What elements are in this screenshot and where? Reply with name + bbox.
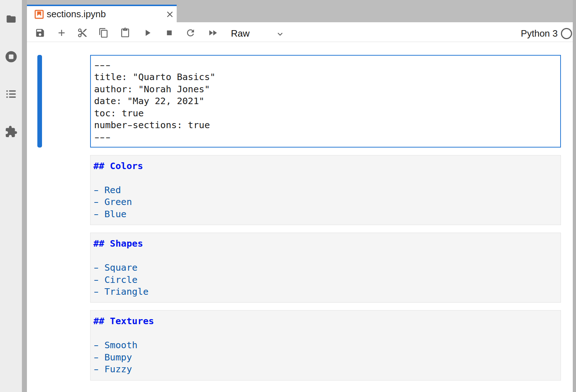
code-line: - Fuzzy xyxy=(93,363,556,375)
code-line: - Bumpy xyxy=(93,351,556,363)
stop-icon xyxy=(164,28,175,39)
notebook-icon xyxy=(34,10,44,19)
code-line: ## Textures xyxy=(93,315,556,327)
cell-editor[interactable]: ## Textures- Smooth- Bumpy- Fuzzy xyxy=(90,310,561,380)
sidebar-item-file-browser[interactable] xyxy=(0,14,22,26)
code-line: --- xyxy=(94,131,556,143)
chevron-down-icon xyxy=(277,32,284,37)
cell-editor[interactable]: ## Colors- Red- Green- Blue xyxy=(90,155,561,225)
code-line: date: "May 22, 2021" xyxy=(94,95,556,107)
code-line: - Circle xyxy=(93,274,556,286)
puzzle-icon xyxy=(5,125,18,140)
notebook-content: ---title: "Quarto Basics"author: "Norah … xyxy=(27,55,573,392)
left-activity-bar xyxy=(0,0,22,392)
code-line xyxy=(93,327,556,339)
add-cell-icon xyxy=(56,28,67,39)
code-line: - Square xyxy=(93,262,556,274)
code-line: - Green xyxy=(93,196,556,208)
code-line: - Triangle xyxy=(93,286,556,298)
restart-kernel-button[interactable] xyxy=(185,28,196,39)
restart-and-run-all-button[interactable] xyxy=(207,28,218,39)
cut-cells-button[interactable] xyxy=(77,28,88,39)
main-dock-panel: sections.ipynb Raw Python 3 ---title: "Q… xyxy=(27,0,573,392)
copy-cells-button[interactable] xyxy=(98,28,109,39)
close-icon[interactable] xyxy=(166,10,174,18)
run-icon xyxy=(142,28,153,39)
code-line xyxy=(93,250,556,262)
save-button[interactable] xyxy=(34,28,45,39)
running-sessions-icon xyxy=(5,51,17,64)
tab-title: sections.ipynb xyxy=(47,9,106,20)
kernel-name[interactable]: Python 3 xyxy=(521,28,558,39)
restart-run-all-icon xyxy=(208,28,218,39)
code-line: - Smooth xyxy=(93,339,556,351)
kernel-idle-circle-icon[interactable] xyxy=(561,28,572,39)
copy-icon xyxy=(98,28,109,39)
restart-icon xyxy=(185,28,196,39)
paste-cells-button[interactable] xyxy=(120,28,130,39)
cut-icon xyxy=(77,28,88,39)
sidebar-divider xyxy=(22,0,27,392)
code-line xyxy=(93,172,556,184)
cell-editor[interactable]: ---title: "Quarto Basics"author: "Norah … xyxy=(90,55,561,148)
save-icon xyxy=(35,28,45,39)
folder-icon xyxy=(5,14,18,26)
code-line: title: "Quarto Basics" xyxy=(94,71,556,83)
paste-icon xyxy=(120,28,130,39)
code-line: author: "Norah Jones" xyxy=(94,83,556,95)
jupyterlab-window: sections.ipynb Raw Python 3 ---title: "Q… xyxy=(0,0,576,392)
cell-type-value: Raw xyxy=(231,28,250,39)
markdown-cell: ## Colors- Red- Green- Blue xyxy=(90,155,561,225)
right-edge xyxy=(573,0,576,392)
notebook-toolbar: Raw Python 3 xyxy=(27,22,573,42)
cell-type-select[interactable]: Raw xyxy=(231,24,250,43)
raw-cell: ---title: "Quarto Basics"author: "Norah … xyxy=(90,55,561,148)
code-line: --- xyxy=(94,59,556,71)
code-line: ## Shapes xyxy=(93,238,556,249)
code-line: toc: true xyxy=(94,107,556,119)
table-of-contents-icon xyxy=(5,88,17,102)
tab-sections-ipynb[interactable]: sections.ipynb xyxy=(27,5,177,22)
code-line: - Red xyxy=(93,184,556,196)
cell-editor[interactable]: ## Shapes- Square- Circle- Triangle xyxy=(90,233,561,303)
code-line: number-sections: true xyxy=(94,119,556,131)
sidebar-item-table-of-contents[interactable] xyxy=(0,88,22,102)
sidebar-item-running-sessions[interactable] xyxy=(0,51,22,64)
code-line: - Blue xyxy=(93,208,556,220)
interrupt-kernel-button[interactable] xyxy=(164,28,175,39)
code-line: ## Colors xyxy=(93,160,556,172)
selected-cell-collapser[interactable] xyxy=(37,55,42,148)
sidebar-item-extension-manager[interactable] xyxy=(0,125,22,140)
markdown-cell: ## Textures- Smooth- Bumpy- Fuzzy xyxy=(90,310,561,380)
kernel-indicator: Python 3 xyxy=(521,24,572,43)
run-cell-button[interactable] xyxy=(142,28,153,39)
markdown-cell: ## Shapes- Square- Circle- Triangle xyxy=(90,233,561,303)
insert-cell-below-button[interactable] xyxy=(56,28,67,39)
tab-bar: sections.ipynb xyxy=(27,0,573,22)
